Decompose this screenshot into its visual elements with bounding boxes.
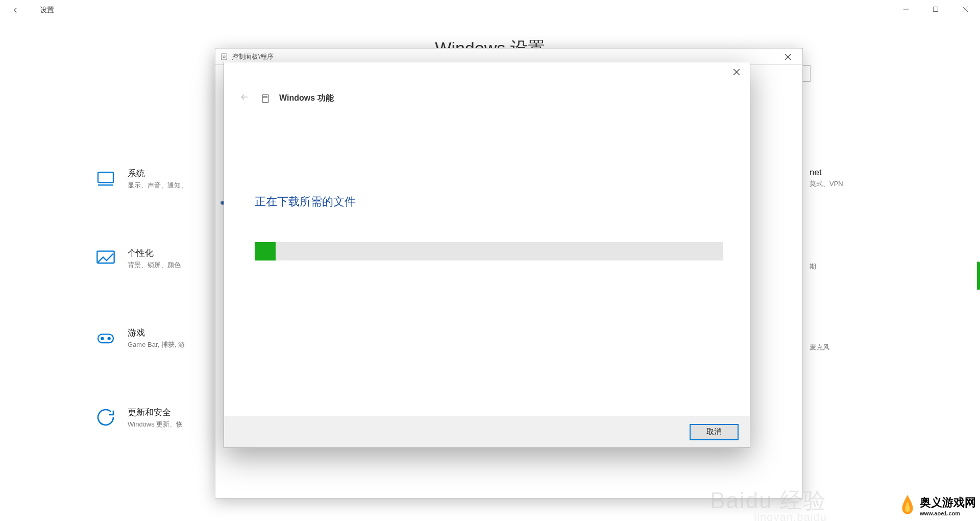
dialog-footer: 取消 [224, 416, 750, 447]
category-system[interactable]: 系统 显示、声音、通知、 [95, 168, 187, 190]
category-title: 游戏 [128, 327, 185, 339]
category-title: 系统 [128, 168, 187, 179]
site-brand: 奥义游戏网 www.aoe1.com [898, 493, 976, 518]
svg-rect-9 [98, 334, 113, 343]
svg-point-10 [101, 338, 103, 340]
minimize-button[interactable] [891, 0, 921, 18]
category-personalization[interactable]: 个性化 背景、锁屏、颜色 [95, 247, 181, 270]
svg-rect-19 [262, 94, 268, 102]
category-subtitle: Windows 更新、恢 [128, 420, 183, 429]
system-icon [95, 168, 116, 189]
svg-point-11 [108, 338, 110, 340]
settings-title: 设置 [40, 6, 54, 15]
svg-point-13 [223, 56, 225, 58]
category-title: 个性化 [128, 247, 181, 259]
category-network-fragment[interactable]: net 莫式、VPN [810, 168, 843, 188]
category-time-fragment[interactable]: 期 [810, 260, 816, 271]
category-gaming[interactable]: 游戏 Game Bar, 捕获, 游 [95, 327, 185, 349]
windows-features-dialog: Windows 功能 正在下载所需的文件 取消 [224, 62, 750, 448]
settings-titlebar: 设置 [0, 0, 980, 20]
minimize-icon [903, 6, 909, 12]
cp-close-button[interactable] [773, 49, 802, 65]
progress-bar-fill [255, 242, 276, 260]
category-update[interactable]: 更新和安全 Windows 更新、恢 [95, 407, 183, 429]
category-title: 更新和安全 [128, 407, 183, 418]
progress-bar [255, 242, 723, 260]
scrollbar-thumb[interactable] [977, 262, 980, 290]
watermark-sub: jingyan.baidu [754, 511, 827, 521]
back-button[interactable] [0, 0, 31, 20]
svg-rect-20 [264, 96, 267, 98]
cp-title-text: 控制面板\程序 [232, 52, 274, 61]
personalization-icon [95, 247, 116, 269]
category-subtitle: 显示、声音、通知、 [128, 181, 187, 190]
dialog-status-text: 正在下载所需的文件 [255, 194, 356, 209]
gaming-icon [95, 327, 116, 348]
close-icon [962, 6, 968, 12]
svg-rect-1 [934, 7, 938, 12]
site-url: www.aoe1.com [920, 510, 976, 516]
close-icon [785, 54, 791, 60]
dialog-close-button[interactable] [723, 62, 750, 82]
close-button[interactable] [950, 0, 980, 18]
svg-rect-6 [98, 172, 113, 182]
cp-icon [219, 52, 229, 61]
svg-rect-12 [222, 54, 227, 60]
arrow-left-icon [11, 6, 20, 15]
update-icon [95, 407, 116, 428]
site-name: 奥义游戏网 [920, 495, 976, 510]
dialog-title: Windows 功能 [279, 93, 334, 104]
features-icon [260, 93, 271, 104]
cancel-button[interactable]: 取消 [690, 424, 739, 440]
maximize-button[interactable] [921, 0, 950, 18]
category-subtitle: Game Bar, 捕获, 游 [128, 340, 185, 349]
category-privacy-fragment[interactable]: 麦克风 [810, 341, 829, 352]
arrow-left-icon [239, 92, 250, 102]
dialog-header: Windows 功能 [237, 92, 334, 105]
window-controls [891, 0, 980, 18]
category-subtitle: 背景、锁屏、颜色 [128, 260, 181, 270]
flame-icon [898, 493, 917, 518]
close-icon [733, 68, 740, 76]
dialog-back-button [237, 92, 252, 105]
maximize-icon [933, 6, 939, 12]
